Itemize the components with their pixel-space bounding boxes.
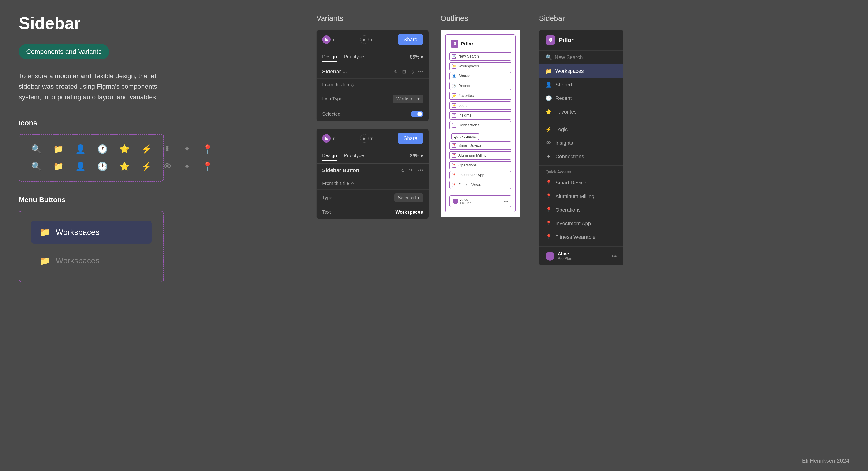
- outline-footer-user: Alice Pro Plan: [453, 198, 471, 205]
- sidebar-aluminum-label: Aluminum Milling: [555, 193, 594, 199]
- tab-prototype-2[interactable]: Prototype: [344, 151, 364, 161]
- sidebar-search-row[interactable]: 🔍 New Search: [539, 51, 623, 64]
- sidebar-nav-insights[interactable]: 👁 Insights: [539, 136, 623, 150]
- from-file-text-2: From this file: [322, 181, 349, 186]
- outline-footer-dots-icon[interactable]: •••: [504, 199, 508, 203]
- share-button-2[interactable]: Share: [398, 133, 423, 144]
- outline-logic-item: ⚡ Logic: [450, 101, 512, 110]
- recycle-icon-2[interactable]: ↻: [401, 168, 405, 173]
- sidebar-footer-plan: Pro Plan: [558, 257, 572, 261]
- outline-workspaces-text: Workspaces: [458, 64, 479, 68]
- components-badge: Components and Variants: [19, 44, 109, 59]
- panel2-sidebar-btn-label-row: Sidebar Button: [322, 167, 359, 173]
- sidebar-footer-dots-icon[interactable]: •••: [611, 253, 617, 259]
- panel2-type-row: Type Selected ▾: [317, 190, 429, 206]
- dropdown-chevron-icon: ▾: [417, 96, 420, 102]
- panel2-row-icons: ↻ 👁 •••: [401, 168, 423, 173]
- user-icon-2: 👤: [75, 161, 86, 172]
- panel1-avatar: E: [322, 35, 331, 44]
- workspaces-btn-unselected[interactable]: 📁 Workspaces: [31, 249, 152, 272]
- icon-type-value: Worksp...: [396, 96, 416, 102]
- eye-icon-2: 👁: [163, 161, 172, 172]
- outline-aluminum-item: 📍 Aluminum Milling: [450, 151, 512, 160]
- play-button[interactable]: ▶: [360, 35, 369, 44]
- tab-design[interactable]: Design: [322, 52, 337, 62]
- panel1-row-icons: ↻ ⊞ ◇ •••: [394, 69, 423, 74]
- link-icon[interactable]: ◇: [410, 69, 414, 74]
- recycle-icon[interactable]: ↻: [394, 69, 398, 74]
- sidebar-nav-fitness[interactable]: 📍 Fitness Wearable: [539, 230, 623, 244]
- sidebar-nav-investment[interactable]: 📍 Investment App: [539, 217, 623, 230]
- chevron-down-icon: ▾: [333, 37, 335, 42]
- more-icon[interactable]: •••: [418, 69, 423, 74]
- panel1-tabs: Design Prototype 86% ▾: [317, 49, 429, 65]
- panel1-play-row[interactable]: ▶ ▾: [360, 35, 373, 44]
- outlines-title: Outlines: [440, 14, 525, 23]
- outline-smart-device-icon: 📍: [452, 143, 457, 148]
- more-icon-2[interactable]: •••: [418, 168, 423, 173]
- sidebar-nav-operations[interactable]: 📍 Operations: [539, 203, 623, 217]
- menu-buttons-box: 📁 Workspaces 📁 Workspaces: [19, 211, 164, 282]
- play-button-2[interactable]: ▶: [360, 134, 369, 142]
- sidebar-favorites-label: Favorites: [555, 109, 577, 115]
- panel2-play-row[interactable]: ▶ ▾: [360, 134, 373, 142]
- outline-footer-name: Alice: [460, 198, 471, 202]
- outline-shared-text: Shared: [458, 74, 470, 78]
- outline-favorites-text: Favorites: [458, 94, 474, 98]
- sidebar-fitness-label: Fitness Wearable: [555, 234, 595, 240]
- sidebar-shared-label: Shared: [555, 82, 572, 88]
- outline-workspaces-item: 📁 Workspaces: [450, 62, 512, 70]
- folder-icon-2: 📁: [53, 161, 63, 172]
- icon-type-dropdown[interactable]: Worksp... ▾: [393, 95, 423, 103]
- sidebar-nav-workspaces[interactable]: 📁 Workspaces: [539, 64, 623, 78]
- sidebar-component-label: Sidebar ...: [322, 69, 347, 75]
- outline-frame: 𝕻 Pillar 🔍 New Search 📁 Workspaces 👤 Sha…: [440, 30, 520, 217]
- workspaces-btn-label: Workspaces: [56, 228, 99, 237]
- sidebar-operations-icon: 📍: [546, 207, 552, 213]
- share-button[interactable]: Share: [398, 34, 423, 45]
- sidebar-nav-shared[interactable]: 👤 Shared: [539, 78, 623, 92]
- workspaces-btn-selected[interactable]: 📁 Workspaces: [31, 221, 152, 244]
- outline-connections-item: ✦ Connections: [450, 121, 512, 130]
- variants-panel-1: E ▾ ▶ ▾ Share Design Prototype 86% ▾ Sid…: [316, 30, 429, 122]
- sidebar-smart-device-label: Smart Device: [555, 180, 586, 186]
- sidebar-nav-aluminum[interactable]: 📍 Aluminum Milling: [539, 190, 623, 203]
- outline-insights-item: 👁 Insights: [450, 111, 512, 120]
- sidebar-search-text: New Search: [555, 54, 583, 60]
- type-dropdown[interactable]: Selected ▾: [394, 193, 423, 202]
- tab-prototype[interactable]: Prototype: [344, 52, 364, 62]
- tab-design-2[interactable]: Design: [322, 151, 337, 161]
- sidebar-favorites-icon: ⭐: [546, 109, 552, 115]
- eye-icon: 👁: [163, 144, 172, 154]
- zoom-control[interactable]: 86% ▾: [410, 52, 423, 62]
- panel2-from-file: From this file ◇: [317, 177, 429, 190]
- star-icon-2: ⭐: [119, 161, 130, 172]
- sidebar-nav-logic[interactable]: ⚡ Logic: [539, 123, 623, 136]
- grid-icon[interactable]: ⊞: [402, 69, 406, 74]
- sidebar-right-title: Sidebar: [539, 14, 651, 23]
- sparkle-icon-2: ✦: [184, 161, 190, 172]
- eye-icon-btn[interactable]: 👁: [409, 168, 414, 173]
- outline-logic-text: Logic: [458, 103, 467, 108]
- outline-logic-icon: ⚡: [452, 103, 457, 108]
- zoom-control-2[interactable]: 86% ▾: [410, 151, 423, 161]
- sidebar-investment-label: Investment App: [555, 221, 591, 227]
- sidebar-footer: Alice Pro Plan •••: [539, 246, 623, 266]
- sidebar-footer-info: Alice Pro Plan: [558, 251, 572, 261]
- panel2-tabs: Design Prototype 86% ▾: [317, 148, 429, 164]
- sidebar-workspaces-label: Workspaces: [555, 68, 584, 74]
- sidebar-logic-icon: ⚡: [546, 126, 552, 133]
- selected-toggle[interactable]: [411, 111, 423, 117]
- zoom-chevron-icon-2: ▾: [421, 153, 423, 159]
- outlines-section: Outlines 𝕻 Pillar 🔍 New Search 📁 Workspa…: [440, 14, 525, 217]
- outline-shared-icon: 👤: [452, 74, 457, 78]
- page-title: Sidebar: [19, 14, 164, 33]
- outline-connections-text: Connections: [458, 123, 479, 127]
- sidebar-nav-smart-device[interactable]: 📍 Smart Device: [539, 176, 623, 190]
- sidebar-nav-favorites[interactable]: ⭐ Favorites: [539, 105, 623, 119]
- sidebar-shared-icon: 👤: [546, 82, 552, 88]
- sidebar-footer-avatar: [546, 251, 554, 261]
- sidebar-nav-recent[interactable]: 🕐 Recent: [539, 92, 623, 105]
- outline-footer-plan: Pro Plan: [460, 202, 471, 205]
- sidebar-nav-connections[interactable]: ✦ Connections: [539, 150, 623, 163]
